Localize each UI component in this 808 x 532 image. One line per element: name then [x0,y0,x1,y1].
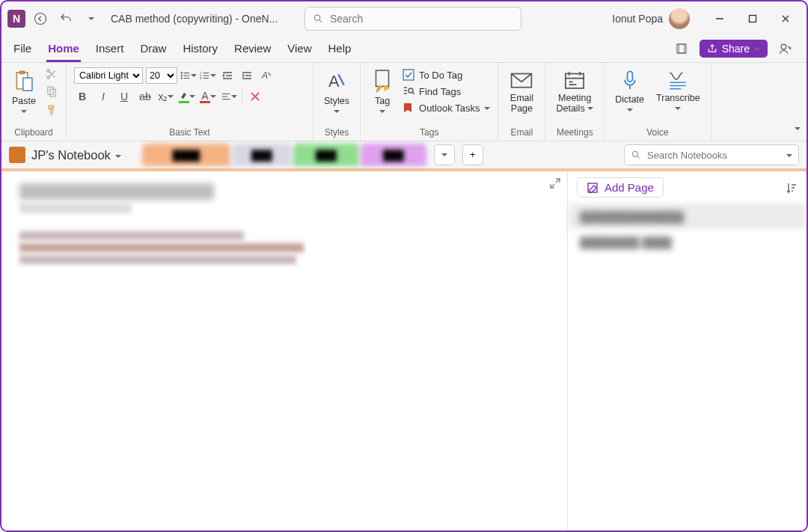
share-button[interactable]: Share [700,40,768,58]
tab-file[interactable]: File [12,37,33,62]
ribbon-group-tags: Tag To Do Tag Find Tags Outlook Tasks Ta… [361,63,498,141]
add-page-button[interactable]: Add Page [577,177,664,198]
tab-help[interactable]: Help [327,37,353,62]
notebook-search-box[interactable] [624,144,799,165]
svg-point-0 [35,13,46,25]
sections-overflow-button[interactable] [434,144,455,165]
highlight-button[interactable] [179,88,195,105]
window-maximize-button[interactable] [738,7,768,31]
font-family-select[interactable]: Calibri Light [74,67,143,84]
styles-label: Styles [324,96,349,106]
format-painter-icon[interactable] [45,103,58,117]
svg-rect-25 [566,74,584,88]
account-username[interactable]: Ionut Popa [612,13,663,25]
fullscreen-icon[interactable] [549,177,561,189]
notebook-search-input[interactable] [647,150,780,161]
transcribe-button[interactable]: Transcribe [653,67,703,116]
svg-text:3: 3 [200,76,202,80]
svg-point-5 [781,44,786,49]
note-title[interactable] [19,183,214,200]
dictate-label: Dictate [615,94,644,105]
ribbon-group-clipboard-label: Clipboard [14,127,52,139]
outlook-tasks-button[interactable]: Outlook Tasks [403,100,490,115]
main-area: Add Page ██████████████ ████████ ████ [1,171,807,531]
section-tab-1[interactable]: ████ [142,144,230,166]
global-search-input[interactable] [330,13,513,25]
note-body-line[interactable] [19,231,244,240]
section-tab-4[interactable]: ███ [361,144,426,166]
svg-rect-21 [376,70,389,86]
subscript-button[interactable]: x₂ [158,88,174,105]
italic-button[interactable]: I [95,88,111,105]
delete-button[interactable] [247,88,263,105]
bullets-button[interactable] [180,67,197,84]
svg-rect-26 [627,71,632,82]
todo-tag-button[interactable]: To Do Tag [403,67,490,82]
undo-button[interactable] [55,8,76,29]
bold-button[interactable]: B [74,88,91,105]
paste-button[interactable]: Paste [9,67,39,119]
ribbon-group-voice-label: Voice [646,127,668,139]
back-button[interactable] [30,8,51,29]
ribbon-collapse-button[interactable] [795,121,801,135]
notebook-selector[interactable]: JP's Notebook [31,148,121,162]
meeting-details-button[interactable]: MeetingDetails [553,67,596,116]
email-page-button[interactable]: EmailPage [506,67,537,116]
find-tags-button[interactable]: Find Tags [403,84,490,99]
svg-rect-12 [50,89,56,97]
tab-draw[interactable]: Draw [138,37,168,62]
share-label: Share [722,43,750,55]
tab-insert[interactable]: Insert [94,37,126,62]
comments-button[interactable] [775,38,796,59]
notebook-icon [9,147,25,163]
search-icon [631,150,641,160]
styles-button[interactable]: A Styles [321,67,352,119]
clear-formatting-button[interactable]: A [258,67,275,84]
search-scope-dropdown[interactable] [786,148,792,162]
note-body-line[interactable] [19,243,304,252]
section-tab-3[interactable]: ███ [293,144,359,166]
page-list-item[interactable]: ██████████████ [568,204,807,229]
tag-button[interactable]: Tag [368,67,397,119]
increase-indent-button[interactable] [239,67,255,84]
tab-home[interactable]: Home [46,37,81,62]
decrease-indent-button[interactable] [219,67,236,84]
svg-rect-7 [19,70,25,74]
paste-label: Paste [12,96,36,106]
copy-icon[interactable] [45,85,58,99]
font-size-select[interactable]: 20 [146,67,177,84]
tab-view[interactable]: View [286,37,313,62]
ribbon-group-tags-label: Tags [420,127,438,139]
svg-point-27 [632,151,637,156]
account-avatar[interactable] [669,8,690,29]
dictate-button[interactable]: Dictate [612,67,647,117]
note-body-line[interactable] [19,255,296,264]
search-icon [313,13,324,25]
numbering-button[interactable]: 123 [200,67,216,84]
ribbon-group-meetings: MeetingDetails Meetings [545,63,605,141]
sort-pages-button[interactable] [786,182,798,194]
section-tab-2[interactable]: ███ [232,144,292,166]
document-title: CAB method (copywriting) - OneN... [111,13,278,25]
align-button[interactable] [221,88,237,105]
title-bar: N CAB method (copywriting) - OneN... Ion… [1,1,807,36]
page-list-item[interactable]: ████████ ████ [568,229,807,254]
window-close-button[interactable] [771,7,801,31]
tab-history[interactable]: History [181,37,219,62]
font-color-button[interactable]: A [200,88,216,105]
window-minimize-button[interactable] [705,7,735,31]
tab-review[interactable]: Review [233,37,272,62]
ribbon-group-styles-label: Styles [325,127,349,139]
fullpage-view-button[interactable] [671,38,692,59]
tag-label: Tag [375,96,390,106]
underline-button[interactable]: U [116,88,132,105]
cut-icon[interactable] [45,67,58,81]
global-search-box[interactable] [304,7,521,31]
strikethrough-button[interactable]: ab [137,88,153,105]
svg-rect-22 [403,70,414,80]
qat-customize-dropdown[interactable] [81,8,102,29]
svg-rect-3 [677,44,686,53]
notebook-bar: JP's Notebook ████ ███ ███ ███ + [1,141,807,168]
note-canvas[interactable] [1,171,567,531]
add-section-button[interactable]: + [462,144,483,165]
